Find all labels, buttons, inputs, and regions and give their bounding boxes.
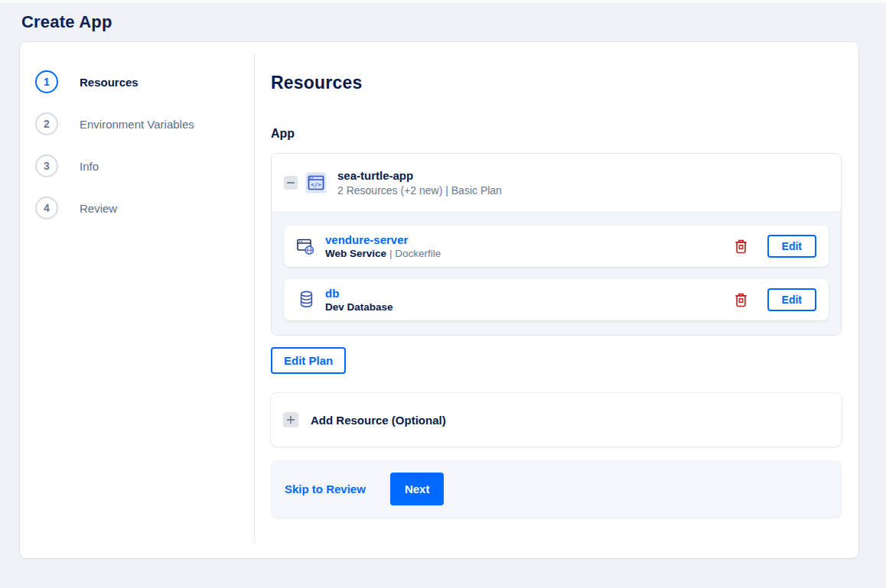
resource-name-link[interactable]: db: [325, 287, 396, 300]
collapse-minus-icon[interactable]: [284, 176, 298, 190]
database-icon: [296, 291, 316, 309]
step-number-badge: 4: [35, 197, 58, 219]
resource-row: vendure-server Web Service| Dockerfile: [284, 226, 829, 267]
wizard-footer-bar: Skip to Review Next: [271, 460, 842, 518]
step-label: Review: [80, 202, 117, 215]
resource-detail: | Dockerfile: [389, 248, 441, 259]
resource-row: db Dev Database: [284, 279, 829, 320]
add-resource-button[interactable]: Add Resource (Optional): [271, 393, 842, 447]
app-group-card: </> sea-turtle-app 2 Resources (+2 new) …: [271, 153, 842, 336]
step-environment-variables[interactable]: 2 Environment Variables: [35, 112, 254, 135]
web-service-icon: [296, 237, 316, 256]
trash-icon[interactable]: [735, 293, 748, 307]
app-section-label: App: [271, 127, 842, 141]
resource-type: Web Service: [325, 248, 386, 259]
step-review[interactable]: 4 Review: [35, 197, 254, 219]
app-name: sea-turtle-app: [337, 169, 502, 182]
create-app-card: 1 Resources 2 Environment Variables 3 In…: [20, 42, 858, 558]
resource-type: Dev Database: [325, 301, 393, 313]
step-number-badge: 3: [35, 154, 58, 177]
edit-plan-button[interactable]: Edit Plan: [271, 347, 346, 374]
step-content-panel: Resources App </> sea-turtle-app: [255, 54, 858, 542]
step-info[interactable]: 3 Info: [35, 154, 254, 177]
step-label: Environment Variables: [80, 118, 194, 131]
edit-resource-button[interactable]: Edit: [767, 235, 816, 258]
app-summary: 2 Resources (+2 new) | Basic Plan: [337, 184, 502, 197]
resource-name-link[interactable]: vendure-server: [325, 233, 441, 246]
wizard-steps-sidebar: 1 Resources 2 Environment Variables 3 In…: [20, 54, 255, 542]
edit-resource-button[interactable]: Edit: [767, 288, 816, 311]
svg-text:</>: </>: [311, 181, 321, 188]
app-group-body: vendure-server Web Service| Dockerfile: [272, 212, 841, 335]
step-resources[interactable]: 1 Resources: [35, 70, 254, 93]
skip-to-review-link[interactable]: Skip to Review: [285, 482, 366, 495]
plus-icon: [283, 412, 298, 427]
step-number-badge: 1: [35, 70, 58, 93]
content-heading: Resources: [271, 73, 842, 93]
app-group-header: </> sea-turtle-app 2 Resources (+2 new) …: [272, 154, 841, 212]
step-label: Resources: [80, 76, 138, 89]
step-label: Info: [80, 160, 99, 173]
step-number-badge: 2: [35, 112, 58, 135]
add-resource-label: Add Resource (Optional): [311, 414, 446, 427]
page-title: Create App: [0, 3, 886, 32]
next-button[interactable]: Next: [390, 473, 445, 505]
trash-icon[interactable]: [735, 239, 748, 254]
app-window-code-icon: </>: [305, 172, 327, 193]
